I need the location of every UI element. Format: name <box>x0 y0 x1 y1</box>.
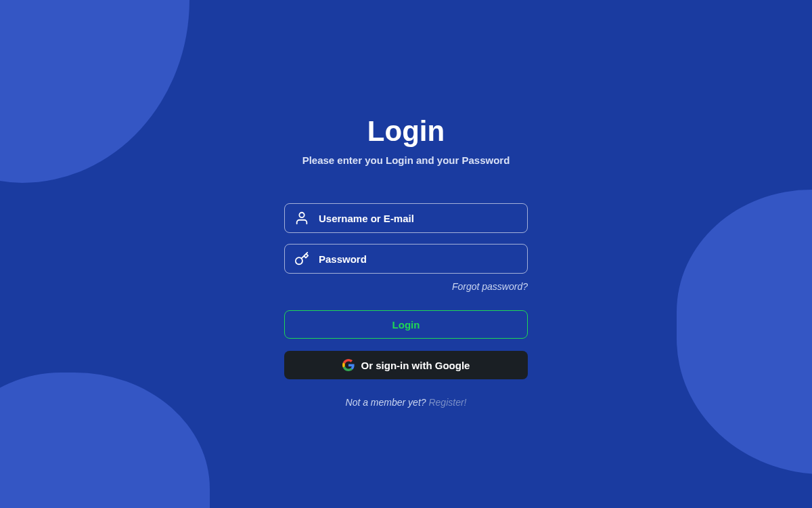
google-signin-button[interactable]: Or sign-in with Google <box>284 351 528 379</box>
page-title: Login <box>367 115 445 148</box>
user-icon <box>294 211 309 226</box>
password-wrapper[interactable] <box>284 244 528 274</box>
username-wrapper[interactable] <box>284 203 528 233</box>
page-subtitle: Please enter you Login and your Password <box>302 154 510 166</box>
register-link[interactable]: Register! <box>428 397 466 408</box>
login-button[interactable]: Login <box>284 310 528 339</box>
password-field[interactable] <box>319 253 518 265</box>
svg-point-0 <box>299 213 304 217</box>
register-prompt: Not a member yet? <box>346 397 429 408</box>
forgot-password-link[interactable]: Forgot password? <box>452 281 528 292</box>
register-row: Not a member yet? Register! <box>346 397 467 408</box>
username-field[interactable] <box>319 213 518 224</box>
key-icon <box>294 251 309 266</box>
google-button-label: Or sign-in with Google <box>361 360 470 371</box>
login-container: Login Please enter you Login and your Pa… <box>0 0 812 408</box>
forgot-row: Forgot password? <box>284 280 528 293</box>
google-icon <box>342 359 355 371</box>
